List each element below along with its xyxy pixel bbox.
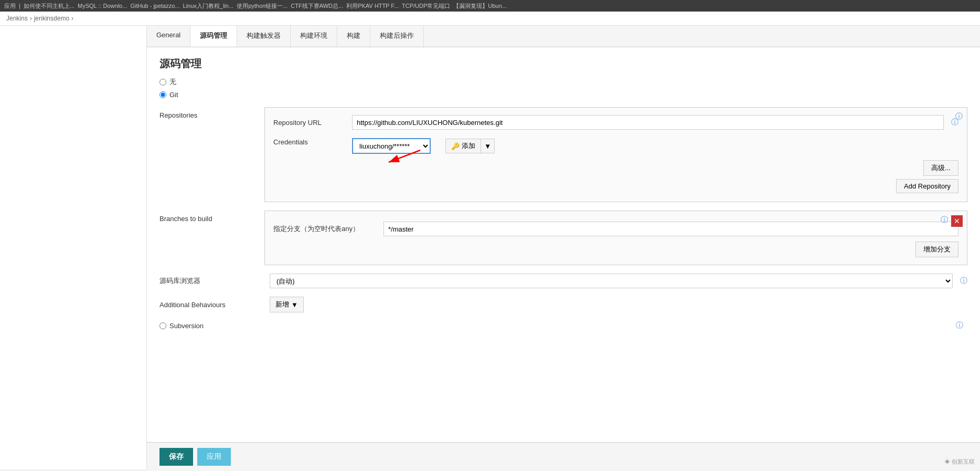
scm-radio-group: 无 Git <box>159 77 967 99</box>
radio-git[interactable] <box>159 91 166 98</box>
repositories-help-icon[interactable]: ⓘ <box>955 112 963 121</box>
new-label: 新增 <box>275 300 289 309</box>
tab-scm[interactable]: 源码管理 <box>190 26 237 47</box>
branch-input[interactable] <box>384 222 958 236</box>
breadcrumb-sep2: › <box>71 15 73 22</box>
tab-build[interactable]: 构建 <box>337 26 370 47</box>
breadcrumb-jenkins[interactable]: Jenkins <box>6 15 28 22</box>
repo-url-label: Repository URL <box>273 119 347 127</box>
browser-tab-8[interactable]: TCP/UDP常见端口 <box>402 2 450 10</box>
credentials-controls: liuxuchong/****** <box>352 138 495 154</box>
credentials-label: Credentials <box>273 138 347 146</box>
add-credentials-button[interactable]: 🔑 添加 <box>445 139 481 153</box>
browser-tab-7[interactable]: 利用PKAV HTTP F... <box>346 2 399 10</box>
key-icon: 🔑 <box>451 142 460 150</box>
branches-content: ✕ ⓘ 指定分支（为空时代表any） 增加分支 <box>264 211 967 265</box>
branches-section: Branches to build ✕ ⓘ 指定分支（为空时代表any） 增加分… <box>159 211 967 265</box>
browser-tab-4[interactable]: Linux入门教程_lin... <box>183 2 234 10</box>
radio-git-row: Git <box>159 91 967 99</box>
add-label: 添加 <box>462 141 475 151</box>
behaviours-row: Additional Behaviours 新增 ▼ <box>159 297 967 312</box>
subversion-help-icon[interactable]: ⓘ <box>956 321 963 330</box>
add-repo-row: Add Repository <box>273 179 958 193</box>
new-btn-group: 新增 ▼ <box>270 297 304 312</box>
svg-line-1 <box>389 150 420 162</box>
browser-tab-9[interactable]: 【漏洞复现】Ubun... <box>453 2 506 10</box>
browser-tab-1[interactable]: 如何使不同主机上... <box>24 2 74 10</box>
tab-navigation: General 源码管理 构建触发器 构建环境 构建 构建后操作 <box>147 26 980 47</box>
main-content: General 源码管理 构建触发器 构建环境 构建 构建后操作 源码管理 无 … <box>147 26 980 469</box>
subversion-label: Subversion <box>169 322 204 330</box>
remove-branch-button[interactable]: ✕ <box>951 215 963 227</box>
repositories-content: ⓘ Repository URL ⓘ Credentials liuxuchon… <box>264 107 967 202</box>
browser-tab-6[interactable]: CTF线下赛AWD总... <box>291 2 343 10</box>
breadcrumb-sep: › <box>30 15 32 22</box>
apply-button[interactable]: 应用 <box>197 448 231 466</box>
source-browser-help-icon[interactable]: ⓘ <box>960 276 967 286</box>
watermark: ◈ 创新互联 <box>944 458 975 466</box>
page-title: 源码管理 <box>147 47 980 77</box>
repo-url-input[interactable] <box>352 115 944 130</box>
source-browser-row: 源码库浏览器 (自动) ⓘ <box>159 274 967 288</box>
radio-none-label: 无 <box>169 77 176 87</box>
repo-url-row: Repository URL ⓘ <box>273 115 958 130</box>
source-browser-label: 源码库浏览器 <box>159 276 264 286</box>
add-credentials-dropdown[interactable]: ▼ <box>481 139 495 153</box>
browser-tab-2[interactable]: MySQL :: Downlo... <box>78 3 127 9</box>
browser-tab-3[interactable]: GitHub - jpetazzo... <box>130 3 179 9</box>
radio-none-row: 无 <box>159 77 967 87</box>
form-body: 无 Git Repositories ⓘ Repository URL <box>147 77 980 343</box>
breadcrumb-jenkinsdemo[interactable]: jenkinsdemo <box>34 15 69 22</box>
source-browser-select[interactable]: (自动) <box>270 274 953 288</box>
save-button[interactable]: 保存 <box>159 448 193 466</box>
bottom-bar: 保存 应用 <box>147 442 980 469</box>
branch-specify-label: 指定分支（为空时代表any） <box>273 224 378 234</box>
repositories-label: Repositories <box>159 107 264 202</box>
radio-git-label: Git <box>169 91 178 99</box>
new-behaviour-button[interactable]: 新增 ▼ <box>270 297 304 312</box>
credentials-row: Credentials liuxuchong/****** <box>273 136 958 154</box>
annotation-arrow <box>384 148 425 169</box>
sidebar <box>0 26 147 469</box>
browser-sep: | <box>19 3 20 9</box>
tab-post-build[interactable]: 构建后操作 <box>370 26 424 47</box>
subversion-row: Subversion ⓘ <box>159 321 967 330</box>
add-credentials-group: 🔑 添加 ▼ <box>445 139 495 153</box>
repositories-section: Repositories ⓘ Repository URL ⓘ Credenti… <box>159 107 967 202</box>
breadcrumb: Jenkins › jenkinsdemo › <box>0 12 980 26</box>
browser-bar: 应用 | 如何使不同主机上... MySQL :: Downlo... GitH… <box>0 0 980 12</box>
radio-subversion[interactable] <box>159 322 166 329</box>
behaviours-label: Additional Behaviours <box>159 301 264 309</box>
branch-field-row: 指定分支（为空时代表any） <box>273 222 958 236</box>
repo-actions-row: 高级... <box>273 160 958 176</box>
browser-tab-apps[interactable]: 应用 <box>4 2 16 10</box>
tab-build-env[interactable]: 构建环境 <box>291 26 337 47</box>
branches-label: Branches to build <box>159 211 264 265</box>
dropdown-icon: ▼ <box>291 301 298 309</box>
branches-help-icon[interactable]: ⓘ <box>941 215 948 225</box>
browser-tab-5[interactable]: 使用python链接一... <box>237 2 287 10</box>
main-layout: General 源码管理 构建触发器 构建环境 构建 构建后操作 源码管理 无 … <box>0 26 980 469</box>
tab-general[interactable]: General <box>147 26 190 47</box>
add-branch-button[interactable]: 增加分支 <box>915 242 958 257</box>
advanced-button[interactable]: 高级... <box>923 160 958 176</box>
tab-build-trigger[interactable]: 构建触发器 <box>237 26 291 47</box>
radio-none[interactable] <box>159 79 166 86</box>
add-repository-button[interactable]: Add Repository <box>896 179 958 193</box>
